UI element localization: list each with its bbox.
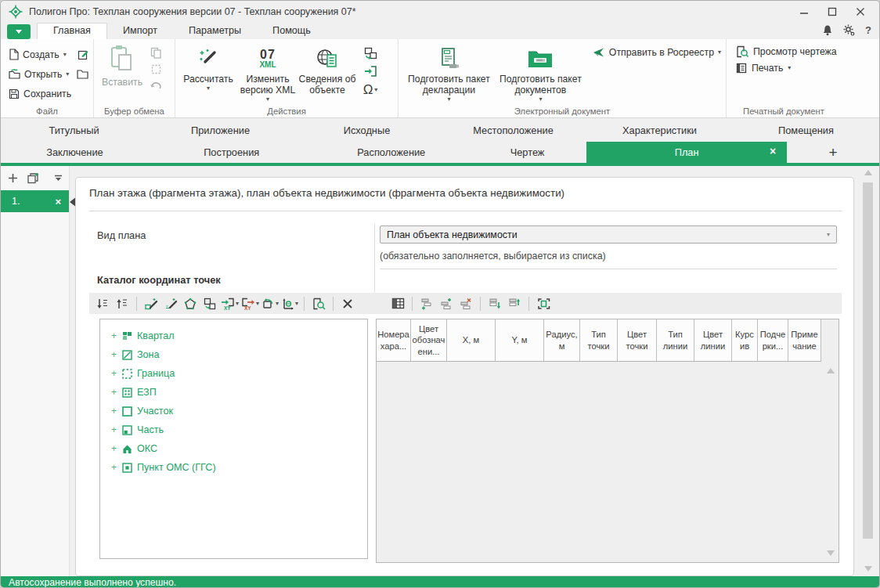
scroll-down-icon[interactable] (864, 566, 872, 572)
prepare-declaration-button[interactable]: Подготовить пакет декларации ▾ (403, 44, 495, 105)
tab-close-icon[interactable]: × (770, 145, 776, 157)
minimize-button[interactable] (790, 1, 818, 23)
add-tab-button[interactable]: + (787, 142, 879, 163)
app-menu-button[interactable] (7, 24, 31, 39)
tab-titulny[interactable]: Титульный (1, 118, 147, 142)
export-xy-button[interactable]: XY ▾ (241, 295, 259, 312)
add-page-icon[interactable] (7, 172, 19, 184)
new-from-template-icon[interactable] (78, 49, 88, 60)
expand-plus-icon[interactable]: + (111, 424, 117, 435)
delete-row-button[interactable] (457, 295, 474, 312)
tree-item-chast[interactable]: + Часть (100, 420, 367, 439)
catalog-preview-button[interactable] (310, 295, 327, 312)
scrollbar-thumb[interactable] (863, 182, 873, 539)
table-scroll-down-icon[interactable] (827, 550, 835, 556)
column-header[interactable]: Курсив (732, 319, 758, 362)
close-button[interactable] (846, 1, 875, 23)
column-header[interactable]: Цвет обозначени... (411, 319, 447, 362)
preview-drawing-button[interactable]: Просмотр чертежа (736, 45, 841, 58)
page-close-icon[interactable]: × (55, 196, 61, 207)
expand-plus-icon[interactable]: + (111, 387, 117, 398)
column-header[interactable]: Тип точки (580, 319, 618, 362)
expand-plus-icon[interactable]: + (111, 406, 117, 417)
prepare-documents-button[interactable]: Подготовить пакет документов ▾ (495, 44, 586, 105)
column-header[interactable]: Подчерки... (758, 319, 788, 362)
wand-points-button[interactable] (162, 295, 179, 312)
column-header[interactable]: Номера хара... (377, 319, 411, 362)
tab-raspolozhenie[interactable]: Расположение (315, 142, 468, 163)
duplicate-page-icon[interactable] (27, 172, 40, 185)
print-button[interactable]: Печать ▾ (736, 63, 841, 74)
create-button[interactable]: Создать ▾ (9, 45, 88, 63)
expand-plus-icon[interactable]: + (111, 330, 117, 341)
tree-item-ezp[interactable]: + ЕЗП (100, 383, 367, 402)
import-xy-button[interactable]: XY ▾ (221, 295, 239, 312)
column-header[interactable]: Примечание (788, 319, 821, 362)
replace-objects-icon[interactable] (364, 47, 377, 60)
send-rosreestr-button[interactable]: Отправить в Росреестр ▾ (593, 47, 721, 58)
axes-button[interactable]: ▾ (281, 295, 298, 312)
expand-table-button[interactable] (535, 295, 552, 312)
move-row-down-button[interactable] (486, 295, 503, 312)
plan-type-select[interactable]: План объекта недвижимости ▾ (380, 225, 837, 243)
open-button[interactable]: Открыть ▾ (9, 65, 88, 83)
maximize-button[interactable] (818, 1, 846, 23)
tab-plan-active[interactable]: План × (586, 142, 787, 163)
scroll-up-icon[interactable] (864, 170, 872, 175)
tree-item-punkt-oms[interactable]: + Пункт ОМС (ГГС) (100, 458, 367, 477)
copy-icon[interactable] (150, 47, 162, 59)
help-icon[interactable]: ? (865, 24, 871, 36)
tree-item-granitsa[interactable]: + Граница (100, 364, 367, 383)
ribbon-tab-help[interactable]: Помощь (257, 23, 326, 39)
page-item-1[interactable]: 1. × (1, 190, 69, 212)
polygon-button[interactable] (182, 295, 199, 312)
tab-ishodnye[interactable]: Исходные (294, 118, 440, 142)
tab-pomeshcheniya[interactable]: Помещения (733, 118, 879, 142)
paste-button-disabled[interactable]: Вставить (100, 44, 144, 105)
ribbon-tab-import[interactable]: Импорт (107, 23, 173, 39)
import-icon[interactable] (364, 65, 377, 78)
settings-gear-icon[interactable] (843, 24, 855, 36)
tab-mestopolozhenie[interactable]: Местоположение (440, 118, 586, 142)
tree-item-kvartal[interactable]: + Квартал (100, 326, 367, 345)
expand-plus-icon[interactable]: + (111, 443, 117, 454)
tree-item-zona[interactable]: + Зона (100, 345, 367, 364)
wand-area-button[interactable] (142, 295, 160, 312)
collapse-panel-icon[interactable] (54, 175, 63, 182)
ribbon-tab-params[interactable]: Параметры (173, 23, 257, 39)
column-header[interactable]: Радиус, м (544, 319, 580, 362)
add-row-above-button[interactable] (438, 295, 455, 312)
column-header[interactable]: Цвет линии (694, 319, 732, 362)
renumber-down-button[interactable] (94, 295, 111, 312)
calculate-button[interactable]: Рассчитать ▾ (179, 44, 238, 105)
save-button[interactable]: Сохранить (9, 85, 88, 103)
renumber-up-button[interactable] (114, 295, 131, 312)
rotate-contour-button[interactable]: ▾ (261, 295, 279, 312)
undo-icon[interactable] (150, 80, 162, 90)
expand-plus-icon[interactable]: + (111, 349, 117, 360)
column-header[interactable]: Y, м (496, 319, 544, 362)
copy-contour-button[interactable] (201, 295, 218, 312)
vertical-scrollbar[interactable] (860, 168, 876, 574)
notifications-bell-icon[interactable] (822, 24, 833, 36)
expand-plus-icon[interactable]: + (111, 368, 117, 379)
expand-plus-icon[interactable]: + (111, 462, 117, 473)
tab-chertezh[interactable]: Чертеж (468, 142, 586, 163)
tab-zaklyuchenie[interactable]: Заключение (1, 142, 149, 163)
tab-postroeniya[interactable]: Построения (149, 142, 315, 163)
add-row-below-button[interactable] (418, 295, 435, 312)
ribbon-tab-main[interactable]: Главная (37, 23, 107, 39)
folder-icon[interactable] (77, 70, 88, 79)
move-row-up-button[interactable] (506, 295, 523, 312)
tree-item-uchastok[interactable]: + Участок (100, 402, 367, 420)
copy-special-icon[interactable] (151, 64, 161, 74)
column-header[interactable]: X, м (447, 319, 496, 362)
table-mode-button[interactable] (389, 295, 406, 312)
object-info-button[interactable]: Сведения об объекте (298, 44, 357, 105)
column-header[interactable]: Цвет точки (618, 319, 657, 362)
delete-button[interactable] (339, 295, 356, 312)
change-xml-version-button[interactable]: 07 XML Изменить версию XML ▾ (238, 44, 298, 105)
tab-prilozhenie[interactable]: Приложение (147, 118, 294, 142)
symbol-button[interactable]: Ω ▾ (363, 83, 378, 96)
column-header[interactable]: Тип линии (657, 319, 694, 362)
